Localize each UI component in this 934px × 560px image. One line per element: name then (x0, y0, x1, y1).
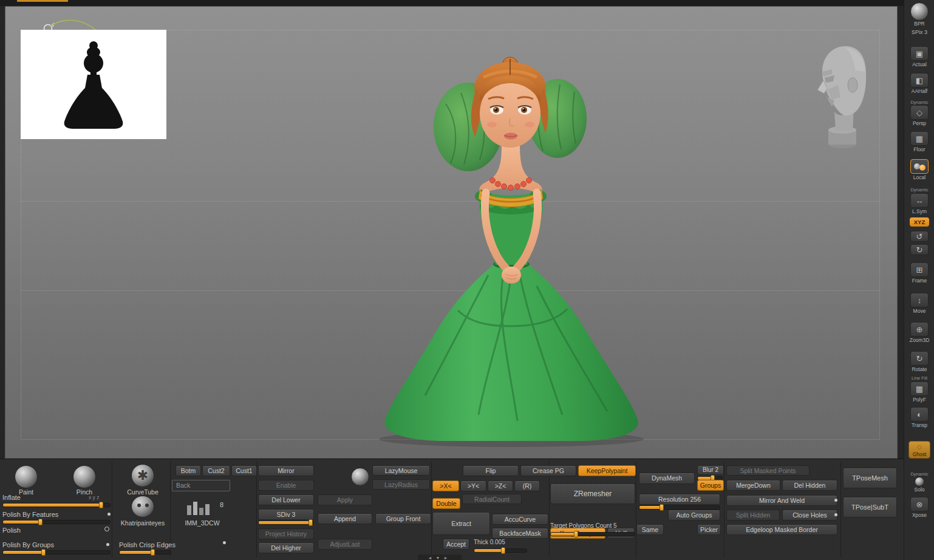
spiral-toggle-2[interactable]: ↻ (906, 244, 933, 256)
merge-down-button[interactable]: MergeDown (726, 480, 780, 491)
target-polygons-slider[interactable] (550, 532, 635, 536)
polish-by-features-label: Polish By Features (2, 511, 58, 518)
blur-slider-button[interactable]: Blur 2 (697, 465, 724, 475)
back-input[interactable]: Back (172, 480, 230, 491)
solo-button[interactable]: Solo (906, 477, 933, 493)
mirror-y-button[interactable]: >Y< (460, 480, 486, 491)
apply-button[interactable]: Apply (318, 494, 372, 505)
rotate-button[interactable]: ↻ Rotate (906, 351, 933, 372)
edgeloop-masked-border-button[interactable]: Edgeloop Masked Border (726, 524, 837, 535)
cust2-button[interactable]: Cust2 (202, 465, 230, 476)
polyf-button[interactable]: ▦ PolyF (906, 381, 933, 403)
botm-button[interactable]: Botm (176, 465, 201, 476)
imm-3dcw-brush-icon[interactable] (186, 499, 214, 516)
persp-button[interactable]: ◇ Persp (906, 105, 933, 126)
polish-by-features-slider[interactable] (2, 520, 111, 524)
dynamesh-button[interactable]: DynaMesh (639, 473, 695, 484)
polish-crisp-edges-dot[interactable] (223, 541, 226, 544)
lsym-button[interactable]: ↔ L.Sym (906, 193, 933, 214)
viewport-canvas[interactable] (5, 6, 898, 459)
groups-button[interactable]: Groups (697, 480, 724, 491)
sdiv-slider[interactable] (258, 521, 314, 525)
cust1-button[interactable]: Cust1 (231, 465, 257, 476)
zoom3d-button[interactable]: ⊕ Zoom3D (906, 322, 933, 343)
spix-slider-control[interactable]: SPix 3 (906, 29, 933, 35)
aahalf-button[interactable]: ◧ AAHalf (906, 73, 933, 94)
xyz-button[interactable]: XYZ (906, 217, 933, 227)
alpha-thumbnail[interactable] (21, 30, 166, 139)
bpr-button[interactable]: BPR (906, 2, 933, 27)
tray-resize-handle[interactable]: ◄▼► (418, 555, 462, 560)
top-menu-bar (0, 0, 904, 6)
mirror-z-button[interactable]: >Z< (488, 480, 513, 491)
enable-button[interactable]: Enable (258, 480, 314, 491)
double-button[interactable]: Double (432, 498, 460, 509)
polish-crisp-edges-slider[interactable] (119, 550, 171, 555)
mirror-and-weld-button[interactable]: Mirror And Weld (726, 495, 837, 506)
polyf-icon: ▦ (910, 381, 929, 396)
auto-groups-button[interactable]: Auto Groups (668, 510, 720, 521)
tpose-mesh-button[interactable]: TPoseMesh (843, 468, 897, 488)
accu-curve-button[interactable]: AccuCurve (492, 514, 548, 525)
close-holes-button[interactable]: Close Holes (782, 510, 837, 521)
floor-label: Floor (906, 146, 933, 152)
mirror-button[interactable]: Mirror (258, 465, 314, 476)
same-button[interactable]: Same (636, 524, 664, 535)
picker-button[interactable]: Picker (697, 524, 721, 535)
mirror-and-weld-dot[interactable] (834, 499, 837, 502)
zbrush-window: BPR SPix 3 ▣ Actual ◧ AAHalf Dynamic ◇ P… (0, 0, 934, 560)
inflate-axes-label[interactable]: x y z (89, 494, 99, 500)
del-lower-button[interactable]: Del Lower (258, 494, 314, 505)
khatripainteyes-brush-icon[interactable] (131, 496, 154, 517)
curvetube-brush-icon[interactable]: ✱ (131, 464, 154, 487)
adjust-last-button[interactable]: AdjustLast (318, 539, 372, 550)
pinch-brush-icon[interactable] (73, 465, 96, 488)
spiral-toggle-1[interactable]: ↺ (906, 231, 933, 242)
polish-by-groups-label: Polish By Groups (2, 541, 54, 548)
floor-button[interactable]: ▦ Floor (906, 131, 933, 152)
project-history-button[interactable]: Project History (258, 528, 314, 539)
polyf-label: PolyF (906, 397, 933, 403)
radial-button[interactable]: (R) (514, 480, 540, 491)
resolution-slider[interactable] (639, 505, 720, 510)
ghost-button[interactable]: ◌ Ghost (906, 441, 933, 459)
split-masked-points-button[interactable]: Split Masked Points (726, 465, 810, 476)
close-holes-dot[interactable] (834, 513, 837, 516)
radial-count-button[interactable]: RadialCount (462, 494, 522, 504)
accept-button[interactable]: Accept (443, 539, 469, 550)
imm-3dcw-brush-label: IMM_3DCW (179, 519, 226, 527)
inflate-slider[interactable] (2, 503, 111, 507)
thick-slider[interactable] (474, 548, 527, 553)
append-button[interactable]: Append (318, 513, 372, 524)
resolution-slider-button[interactable]: Resolution 256 (639, 494, 720, 505)
frame-button[interactable]: ⊞ Frame (906, 262, 933, 284)
polish-by-groups-dot[interactable] (106, 543, 109, 546)
extract-button[interactable]: Extract (432, 512, 490, 535)
zremesher-button[interactable]: ZRemesher (550, 483, 635, 504)
actual-label: Actual (906, 61, 933, 67)
del-hidden-button[interactable]: Del Hidden (782, 480, 837, 491)
del-higher-button[interactable]: Del Higher (258, 542, 314, 553)
tpose-subt-button[interactable]: TPose|SubT (843, 497, 897, 517)
polish-by-features-dot[interactable] (107, 513, 111, 516)
crease-pg-button[interactable]: Crease PG (520, 465, 576, 476)
mirror-x-button[interactable]: >X< (432, 480, 459, 491)
local-button[interactable]: Local (906, 159, 933, 180)
polish-by-groups-slider[interactable] (2, 550, 111, 555)
backface-mask-button[interactable]: BackfaceMask (492, 528, 548, 539)
paint-brush-icon[interactable] (15, 465, 38, 488)
split-hidden-button[interactable]: Split Hidden (726, 510, 780, 521)
lazyradius-button[interactable]: LazyRadius (372, 479, 430, 490)
group-front-button[interactable]: Group Front (375, 513, 431, 524)
transp-button[interactable]: ◐ Transp (906, 407, 933, 428)
actual-button[interactable]: ▣ Actual (906, 46, 933, 67)
flip-button[interactable]: Flip (463, 465, 519, 476)
keep-polypaint-button[interactable]: KeepPolypaint (578, 465, 636, 476)
lazymouse-button[interactable]: LazyMouse (372, 465, 430, 476)
sdiv-slider-button[interactable]: SDiv 3 (258, 509, 314, 520)
polish-circle-toggle[interactable] (104, 527, 109, 531)
curvetube-brush-label: CurveTube (113, 488, 172, 496)
silhouette-thumbnail (21, 30, 166, 139)
xpose-button[interactable]: ⊗ Xpose (906, 497, 933, 518)
move-button[interactable]: ↕ Move (906, 293, 933, 314)
